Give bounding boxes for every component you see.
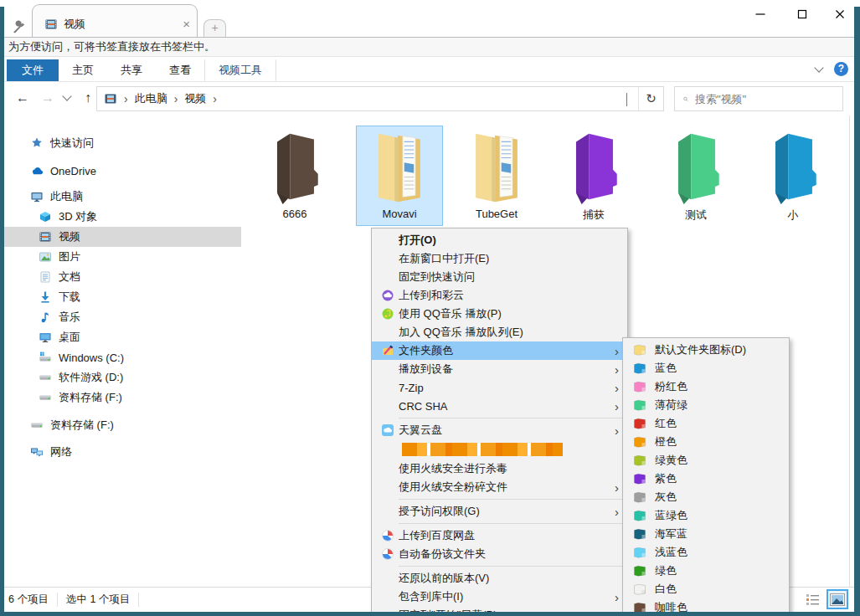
sidebar-item-label: 桌面 [59, 330, 80, 345]
sidebar-item-label: Windows (C:) [59, 352, 124, 364]
menu-item-give-access[interactable]: 授予访问权限(G) [372, 502, 627, 521]
submenu-item-default[interactable]: 默认文件夹图标(D) [623, 341, 789, 359]
submenu-item-purple[interactable]: 紫色 [623, 470, 789, 488]
folder-color-swatch-icon [633, 417, 646, 430]
menu-item-baidu-upload[interactable]: 上传到百度网盘 [372, 526, 627, 545]
breadcrumb-videos[interactable]: 视频 [179, 91, 211, 106]
menu-item-play-to-device[interactable]: 播放到设备 [372, 360, 627, 378]
help-icon[interactable] [834, 62, 848, 76]
tab-video-tools[interactable]: 视频工具 [204, 59, 276, 81]
sidebar-item-downloads[interactable]: 下载 [4, 287, 241, 307]
tianyi-cloud-icon [377, 424, 399, 437]
submenu-item-pink[interactable]: 粉红色 [623, 377, 789, 396]
maximize-button[interactable] [790, 3, 815, 25]
sidebar-item-drive-f[interactable]: 资料存储 (F:) [4, 388, 241, 408]
music-icon [39, 311, 52, 324]
address-dropdown-button[interactable] [615, 93, 638, 105]
tab-file[interactable]: 文件 [7, 59, 59, 81]
wrench-icon[interactable] [10, 18, 27, 35]
address-bar[interactable]: 此电脑 视频 [96, 86, 664, 111]
submenu-item-gray[interactable]: 灰色 [623, 488, 789, 506]
close-button[interactable] [827, 3, 852, 25]
menu-item-upload-hecaiyun[interactable]: 上传到和彩云 [372, 286, 627, 305]
close-icon [833, 8, 847, 21]
search-input[interactable] [695, 88, 842, 110]
file-name: Movavi [357, 208, 442, 220]
menu-item-pin-quick-access[interactable]: 固定到快速访问 [372, 268, 627, 286]
submenu-item-white[interactable]: 白色 [623, 580, 789, 598]
file-tile-test[interactable]: 测试 [652, 126, 739, 226]
folder-color-swatch-icon [633, 454, 646, 467]
tab-share[interactable]: 共享 [107, 59, 156, 81]
sidebar-item-music[interactable]: 音乐 [4, 307, 241, 327]
file-tile-capture[interactable]: 捕获 [550, 126, 637, 226]
folder-color-swatch-icon [633, 380, 646, 393]
sidebar-item-label: 视频 [59, 229, 80, 244]
file-tile-movavi[interactable]: Movavi [356, 126, 443, 226]
submenu-item-label: 绿黄色 [655, 453, 687, 468]
submenu-item-lightblue[interactable]: 浅蓝色 [623, 543, 789, 562]
sidebar-item-pictures[interactable]: 图片 [4, 247, 241, 267]
menu-item-qq-music-queue[interactable]: 加入 QQ音乐 播放队列(E) [372, 323, 627, 341]
sidebar-item-drive-f-root[interactable]: 资料存储 (F:) [4, 415, 241, 435]
breadcrumb-this-pc[interactable]: 此电脑 [130, 91, 173, 106]
submenu-item-blue[interactable]: 蓝色 [623, 359, 789, 377]
sidebar-item-videos[interactable]: 视频 [4, 227, 241, 247]
file-name: 测试 [653, 208, 739, 223]
file-name: 小 [750, 208, 836, 223]
tab-view[interactable]: 查看 [156, 59, 204, 81]
tab-close-icon[interactable]: × [183, 18, 190, 30]
bookmark-hint-bar: 为方便访问，可将书签直接放在书签栏中。 [0, 37, 860, 57]
menu-item-huorong-shred[interactable]: 使用火绒安全粉碎文件 [372, 478, 627, 496]
sidebar-item-label: 快速访问 [50, 136, 94, 151]
folder-color-swatch-icon [633, 362, 646, 375]
menu-item-7zip[interactable]: 7-Zip [372, 378, 627, 397]
folder-color-swatch-icon [633, 564, 646, 578]
back-button[interactable] [12, 87, 33, 109]
baidu-netdisk-icon [377, 547, 399, 561]
sidebar-item-drive-c[interactable]: Windows (C:) [4, 347, 241, 367]
submenu-item-green[interactable]: 绿色 [623, 562, 789, 580]
submenu-item-lime[interactable]: 绿黄色 [623, 451, 789, 470]
menu-item-crc-sha[interactable]: CRC SHA [372, 397, 627, 415]
ribbon-collapse-chevron-icon[interactable] [814, 63, 823, 72]
menu-item-baidu-autobackup[interactable]: 自动备份该文件夹 [372, 545, 627, 563]
submenu-item-red[interactable]: 红色 [623, 414, 789, 433]
menu-item-folder-color[interactable]: 文件夹颜色 [372, 341, 627, 360]
submenu-item-orange[interactable]: 橙色 [623, 433, 789, 451]
forward-button[interactable] [37, 87, 59, 109]
sidebar-item-onedrive[interactable]: OneDrive [4, 161, 241, 181]
history-chevron-icon[interactable] [62, 91, 71, 100]
submenu-item-navy[interactable]: 海军蓝 [623, 525, 789, 543]
tab-home[interactable]: 主页 [59, 59, 107, 81]
minimize-button[interactable] [748, 3, 773, 25]
promo-banner-image[interactable] [402, 443, 563, 456]
sidebar-item-this-pc[interactable]: 此电脑 [4, 187, 241, 207]
file-tile-small[interactable]: 小 [749, 126, 837, 226]
menu-item-huorong-scan[interactable]: 使用火绒安全进行杀毒 [372, 459, 627, 478]
file-tile-6666[interactable]: 6666 [251, 126, 338, 226]
submenu-item-teal[interactable]: 蓝绿色 [623, 506, 789, 525]
menu-item-include-in-library[interactable]: 包含到库中(I) [372, 588, 627, 606]
menu-item-open-new-window[interactable]: 在新窗口中打开(E) [372, 249, 627, 268]
tab-title: 视频 [64, 17, 85, 32]
new-tab-button[interactable]: + [203, 19, 226, 37]
sidebar-item-desktop[interactable]: 桌面 [4, 327, 241, 347]
menu-item-qq-music-play[interactable]: 使用 QQ音乐 播放(P) [372, 305, 627, 323]
submenu-item-mint[interactable]: 薄荷绿 [623, 396, 789, 414]
address-videos-icon [104, 92, 117, 105]
file-tile-tubeget[interactable]: TubeGet [453, 126, 540, 226]
browser-tab[interactable]: 视频 × [32, 4, 198, 38]
sidebar-item-3d-objects[interactable]: 3D 对象 [4, 207, 241, 227]
sidebar-item-documents[interactable]: 文档 [4, 267, 241, 287]
details-view-button[interactable] [806, 593, 820, 607]
drive-icon [39, 371, 52, 384]
sidebar-item-network[interactable]: 网络 [4, 442, 241, 462]
menu-item-open[interactable]: 打开(O) [372, 231, 627, 249]
menu-item-tianyi-cloud[interactable]: 天翼云盘 [372, 421, 627, 439]
large-icons-view-button[interactable] [827, 589, 848, 609]
refresh-button[interactable] [638, 87, 663, 110]
menu-item-restore-versions[interactable]: 还原以前的版本(V) [372, 569, 627, 588]
sidebar-item-quick-access[interactable]: 快速访问 [4, 133, 241, 153]
sidebar-item-drive-d[interactable]: 软件游戏 (D:) [4, 367, 241, 388]
